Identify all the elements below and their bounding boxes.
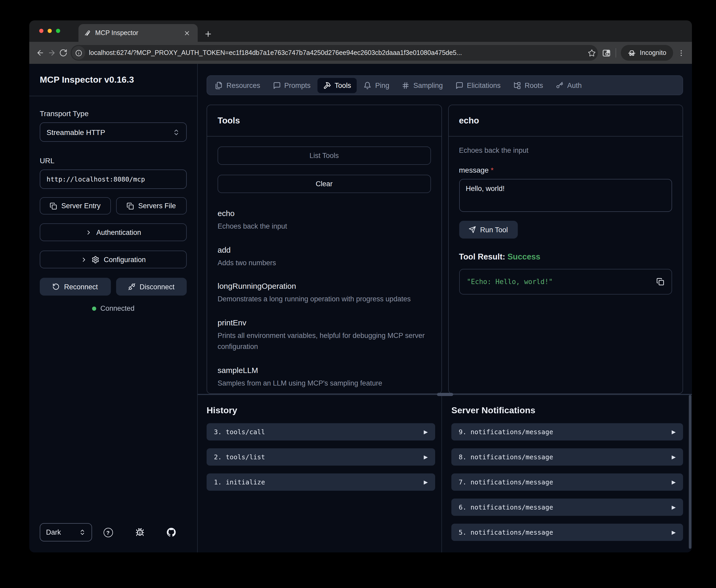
nav-tab-label: Tools xyxy=(335,81,351,89)
disconnect-button[interactable]: Disconnect xyxy=(116,278,187,296)
run-tool-button[interactable]: Run Tool xyxy=(459,221,518,238)
reload-button[interactable] xyxy=(59,49,67,57)
side-panel-icon[interactable] xyxy=(602,48,611,57)
horizontal-splitter[interactable] xyxy=(198,394,692,395)
history-list: 3. tools/call ▶ 2. tools/list ▶ 1. initi… xyxy=(207,423,435,491)
browser-menu-icon[interactable] xyxy=(677,49,685,57)
splitter-grip[interactable] xyxy=(437,393,453,396)
nav-tab-label: Auth xyxy=(567,81,582,89)
close-window-button[interactable] xyxy=(39,29,43,33)
authentication-button[interactable]: Authentication xyxy=(40,223,187,241)
notification-item-label: 9. notifications/message xyxy=(459,428,672,436)
server-notifications-panel: Server Notifications 9. notifications/me… xyxy=(442,395,692,552)
expand-arrow-icon[interactable]: ▶ xyxy=(672,529,676,535)
nav-tab[interactable]: Ping xyxy=(358,78,395,93)
incognito-badge: Incognito xyxy=(621,45,673,61)
minimize-window-button[interactable] xyxy=(48,29,52,33)
expand-arrow-icon[interactable]: ▶ xyxy=(424,429,428,435)
scrollbar-thumb[interactable] xyxy=(689,395,691,549)
tool-name[interactable]: sampleLLM xyxy=(218,365,431,374)
tool-list-item[interactable]: echo Echoes back the input xyxy=(218,209,431,232)
github-icon[interactable] xyxy=(167,528,175,537)
expand-arrow-icon[interactable]: ▶ xyxy=(424,479,428,485)
tool-list-item[interactable]: longRunningOperation Demonstrates a long… xyxy=(218,281,431,305)
server-entry-button[interactable]: Server Entry xyxy=(40,197,111,214)
forward-button[interactable] xyxy=(48,49,56,57)
rotate-ccw-icon xyxy=(52,283,60,290)
theme-select[interactable]: Dark xyxy=(40,523,92,542)
nav-tabs: Resources Prompts Tools Ping Sampling xyxy=(207,75,683,95)
incognito-label: Incognito xyxy=(640,49,666,57)
nav-tab[interactable]: Tools xyxy=(318,78,357,93)
maximize-window-button[interactable] xyxy=(56,29,60,33)
clear-button[interactable]: Clear xyxy=(218,175,431,193)
nav-tab[interactable]: Elicitations xyxy=(450,78,506,93)
close-tab-icon[interactable] xyxy=(181,28,193,37)
nav-tab[interactable]: Roots xyxy=(507,78,549,93)
notification-item[interactable]: 9. notifications/message ▶ xyxy=(451,423,683,440)
disconnect-label: Disconnect xyxy=(139,283,175,291)
help-icon[interactable]: ? xyxy=(103,528,113,537)
message-input[interactable]: Hello, world! xyxy=(459,179,672,212)
notification-item[interactable]: 6. notifications/message ▶ xyxy=(451,499,683,516)
tool-list-item[interactable]: sampleLLM Samples from an LLM using MCP'… xyxy=(218,365,431,389)
window-controls[interactable] xyxy=(39,29,60,33)
main-area: Resources Prompts Tools Ping Sampling xyxy=(198,64,692,552)
tool-result-value: "Echo: Hello, world!" xyxy=(467,278,656,286)
nav-tab-label: Resources xyxy=(226,81,260,89)
reconnect-label: Reconnect xyxy=(64,283,98,291)
history-item[interactable]: 1. initialize ▶ xyxy=(207,474,435,491)
bookmark-star-icon[interactable] xyxy=(588,49,596,57)
copy-result-icon[interactable] xyxy=(656,278,664,286)
tool-list-item[interactable]: printEnv Prints all environment variable… xyxy=(218,318,431,352)
address-bar[interactable]: localhost:6274/?MCP_PROXY_AUTH_TOKEN=ec1… xyxy=(71,45,598,61)
sidebar-footer: Dark ? xyxy=(29,523,197,552)
nav-tab[interactable]: Sampling xyxy=(396,78,449,93)
new-tab-button[interactable] xyxy=(204,30,212,38)
history-item-label: 3. tools/call xyxy=(214,428,424,436)
notification-item[interactable]: 8. notifications/message ▶ xyxy=(451,448,683,466)
nav-tab[interactable]: Prompts xyxy=(267,78,317,93)
transport-type-value: Streamable HTTP xyxy=(46,128,105,136)
tab-strip: MCP Inspector xyxy=(29,20,692,42)
tool-name[interactable]: add xyxy=(218,245,431,254)
browser-tab[interactable]: MCP Inspector xyxy=(79,24,198,42)
servers-file-button[interactable]: Servers File xyxy=(116,197,187,214)
transport-type-select[interactable]: Streamable HTTP xyxy=(40,122,187,142)
tool-list-item[interactable]: add Adds two numbers xyxy=(218,245,431,268)
configuration-button[interactable]: Configuration xyxy=(40,251,187,268)
history-item[interactable]: 2. tools/list ▶ xyxy=(207,448,435,466)
list-tools-button[interactable]: List Tools xyxy=(218,146,431,165)
tool-name[interactable]: printEnv xyxy=(218,318,431,327)
url-text[interactable]: localhost:6274/?MCP_PROXY_AUTH_TOKEN=ec1… xyxy=(89,49,584,57)
tool-result-box: "Echo: Hello, world!" xyxy=(459,269,672,295)
tool-name[interactable]: echo xyxy=(218,209,431,218)
nav-tab[interactable]: Resources xyxy=(209,78,266,93)
url-label: URL xyxy=(40,156,187,165)
expand-arrow-icon[interactable]: ▶ xyxy=(424,454,428,460)
bug-report-icon[interactable] xyxy=(135,528,144,537)
history-item[interactable]: 3. tools/call ▶ xyxy=(207,423,435,440)
expand-arrow-icon[interactable]: ▶ xyxy=(672,504,676,510)
expand-arrow-icon[interactable]: ▶ xyxy=(672,479,676,485)
back-button[interactable] xyxy=(36,49,44,57)
chevron-right-icon xyxy=(81,256,88,263)
notification-item-label: 5. notifications/message xyxy=(459,528,672,536)
status-dot xyxy=(92,306,96,311)
nav-tab[interactable]: Auth xyxy=(550,78,588,93)
server-url-input[interactable]: http://localhost:8080/mcp xyxy=(40,169,187,189)
mcp-logo-icon xyxy=(84,29,91,37)
notification-item[interactable]: 5. notifications/message ▶ xyxy=(451,524,683,541)
notification-item[interactable]: 7. notifications/message ▶ xyxy=(451,474,683,491)
expand-arrow-icon[interactable]: ▶ xyxy=(672,429,676,435)
tool-description: Samples from an LLM using MCP's sampling… xyxy=(218,377,431,389)
param-label: message * xyxy=(459,166,672,174)
expand-arrow-icon[interactable]: ▶ xyxy=(672,454,676,460)
browser-window: MCP Inspector localhost:6274/?MCP_PROXY_… xyxy=(29,20,692,552)
tool-detail-description: Echoes back the input xyxy=(459,146,672,154)
site-info-button[interactable] xyxy=(72,46,85,60)
tool-list: echo Echoes back the input add Adds two … xyxy=(218,209,431,389)
reconnect-button[interactable]: Reconnect xyxy=(40,278,111,296)
tool-name[interactable]: longRunningOperation xyxy=(218,281,431,290)
nav-tab-icon xyxy=(215,81,223,89)
